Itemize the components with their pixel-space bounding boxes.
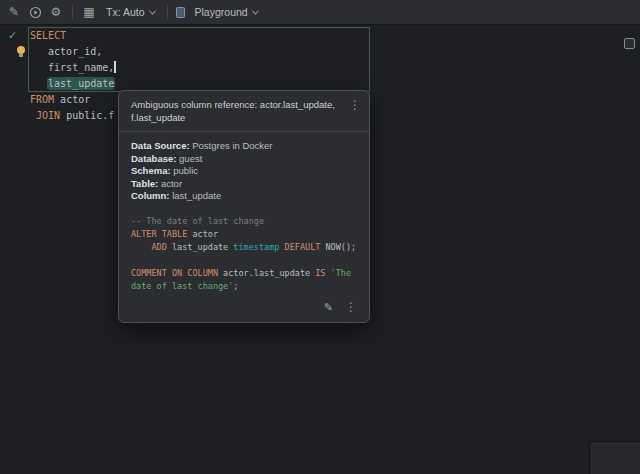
code-token: first_name, xyxy=(48,62,114,73)
popup-header: Ambiguous column reference: actor.last_u… xyxy=(119,91,369,131)
code-token: FROM xyxy=(30,94,60,105)
code-line[interactable]: JOIN public.f xyxy=(30,108,116,124)
code-token: ; xyxy=(233,281,238,291)
settings-gear-icon[interactable]: ⚙ xyxy=(46,2,66,22)
chevron-down-icon xyxy=(148,7,155,14)
popup-footer: ✎ ⋮ xyxy=(119,295,369,322)
popup-title: Ambiguous column reference: actor.last_u… xyxy=(131,99,343,124)
code-token: NOW(); xyxy=(320,242,356,252)
documentation-popup: Ambiguous column reference: actor.last_u… xyxy=(118,90,370,323)
code-line[interactable]: first_name, xyxy=(30,60,116,76)
popup-code-line: date of last change'; xyxy=(131,280,365,293)
grid-icon: ▦ xyxy=(83,5,94,19)
code-token: public.f xyxy=(66,110,114,121)
tx-mode-label: Tx: Auto xyxy=(106,6,145,18)
app-window: ✎ ⚙ ▦ Tx: Auto Playground ✓ SELECT actor… xyxy=(0,0,640,474)
popup-code-line: -- The date of last change xyxy=(131,215,365,228)
code-line[interactable]: FROM actor xyxy=(30,92,116,108)
code-token xyxy=(30,78,48,89)
tx-mode-dropdown[interactable]: Tx: Auto xyxy=(100,2,161,22)
code-token: 'The xyxy=(325,268,351,278)
code-token: COMMENT ON COLUMN xyxy=(131,268,218,278)
toolbar-separator xyxy=(72,5,73,19)
run-circle-icon xyxy=(29,6,42,19)
popup-code-line: COMMENT ON COLUMN actor.last_update IS '… xyxy=(131,267,365,280)
code-token: JOIN xyxy=(36,110,66,121)
popup-field: Database: guest xyxy=(131,153,357,166)
field-value: guest xyxy=(179,153,202,164)
code-line[interactable]: actor_id, xyxy=(30,44,116,60)
playground-label: Playground xyxy=(195,6,248,18)
code-line[interactable]: last_update xyxy=(30,76,116,92)
run-icon[interactable] xyxy=(25,2,45,22)
code-token xyxy=(30,46,48,57)
console-file-icon xyxy=(176,7,185,18)
code-token: ALTER TABLE xyxy=(131,229,187,239)
code-token: actor xyxy=(60,94,90,105)
popup-fields: Data Source: Postgres in DockerDatabase:… xyxy=(119,132,369,205)
pencil-icon: ✎ xyxy=(9,5,19,19)
code-token: timestamp xyxy=(233,242,279,252)
code-token: actor.last_update xyxy=(218,268,315,278)
statement-ok-icon[interactable]: ✓ xyxy=(8,29,17,42)
table-grid-icon[interactable]: ▦ xyxy=(79,2,99,22)
field-value: actor xyxy=(161,178,182,189)
field-value: public xyxy=(173,165,198,176)
code-line[interactable]: SELECT xyxy=(30,28,116,44)
highlighted-token: last_update xyxy=(48,78,114,89)
popup-code: -- The date of last changeALTER TABLE ac… xyxy=(119,205,369,295)
popup-more-icon[interactable]: ⋮ xyxy=(345,301,357,313)
code-token: IS xyxy=(315,268,325,278)
field-label: Table: xyxy=(131,178,161,189)
popup-field: Data Source: Postgres in Docker xyxy=(131,140,357,153)
code-token: SELECT xyxy=(30,30,66,41)
code-token: ADD xyxy=(131,242,167,252)
gear-icon: ⚙ xyxy=(51,5,62,19)
code-lines: SELECT actor_id, first_name, last_update… xyxy=(30,28,116,124)
toolbar-separator xyxy=(167,5,168,19)
text-caret xyxy=(114,61,116,73)
code-token: date of last change' xyxy=(131,281,233,291)
corner-panel xyxy=(589,441,640,474)
editor-toolbar: ✎ ⚙ ▦ Tx: Auto Playground xyxy=(0,0,640,25)
field-label: Column: xyxy=(131,190,172,201)
popup-field: Schema: public xyxy=(131,165,357,178)
field-value: Postgres in Docker xyxy=(192,140,272,151)
popup-code-line: ADD last_update timestamp DEFAULT NOW(); xyxy=(131,241,365,254)
popup-field: Column: last_update xyxy=(131,190,357,203)
chevron-down-icon xyxy=(252,7,259,14)
popup-code-line: ALTER TABLE actor xyxy=(131,228,365,241)
intention-bulb-icon[interactable] xyxy=(17,46,25,54)
sql-editor[interactable]: ✓ SELECT actor_id, first_name, last_upda… xyxy=(0,25,640,474)
code-token: -- The date of last change xyxy=(131,216,264,226)
edit-icon[interactable]: ✎ xyxy=(4,2,24,22)
field-value: last_update xyxy=(172,190,221,201)
more-options-icon[interactable]: ⋮ xyxy=(349,99,361,111)
scrollbar-marker[interactable] xyxy=(624,38,635,49)
code-token: actor xyxy=(187,229,218,239)
code-token: actor_id, xyxy=(48,46,102,57)
popup-code-line xyxy=(131,254,365,267)
field-label: Schema: xyxy=(131,165,173,176)
field-label: Database: xyxy=(131,153,179,164)
popup-field: Table: actor xyxy=(131,178,357,191)
code-token: DEFAULT xyxy=(285,242,321,252)
field-label: Data Source: xyxy=(131,140,192,151)
code-token: last_update xyxy=(167,242,234,252)
code-token xyxy=(30,62,48,73)
playground-dropdown[interactable]: Playground xyxy=(189,2,264,22)
edit-comment-icon[interactable]: ✎ xyxy=(324,301,333,314)
